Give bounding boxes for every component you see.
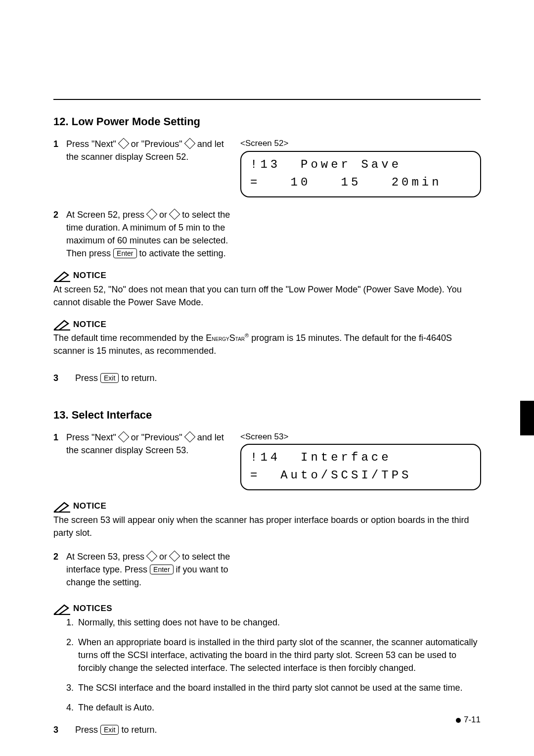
right-button-icon <box>169 208 180 220</box>
lcd-line: !14 Interface <box>250 451 392 464</box>
step-text: Press "Next" or "Previous" and let the s… <box>66 138 231 163</box>
step-text: Press "Next" or "Previous" and let the s… <box>66 431 231 457</box>
text-fragment: The default time recommended by the <box>53 333 206 343</box>
step-text: At Screen 52, press or to select the tim… <box>66 208 231 260</box>
left-button-icon <box>146 551 158 562</box>
section-13-step1-row: 1 Press "Next" or "Previous" and let the… <box>53 431 481 491</box>
pencil-icon <box>53 604 70 615</box>
previous-button-icon <box>184 431 195 442</box>
step-number: 3 <box>53 372 66 384</box>
notice-label: NOTICE <box>73 500 106 513</box>
text-fragment: to return. <box>121 725 157 735</box>
list-text: The default is Auto. <box>78 701 154 714</box>
list-number: 2. <box>66 636 78 674</box>
text-fragment: or <box>159 210 170 220</box>
right-button-icon <box>169 551 180 562</box>
notice-body: The default time recommended by the Ener… <box>53 331 481 357</box>
page-number-text: 7-11 <box>464 714 481 726</box>
text-fragment: At Screen 53, press <box>66 552 147 562</box>
pencil-icon <box>53 271 70 282</box>
section-12-heading: 12. Low Power Mode Setting <box>53 114 481 130</box>
page-content: 12. Low Power Mode Setting 1 Press "Next… <box>53 94 481 736</box>
text-fragment: Press <box>75 373 100 383</box>
lcd-line: = Auto/SCSI/TPS <box>250 469 411 482</box>
previous-button-icon <box>184 138 195 149</box>
section-13-heading: 13. Select Interface <box>53 407 481 423</box>
text-fragment: Press "Next" <box>66 432 119 442</box>
notices-label: NOTICES <box>73 603 112 615</box>
list-item: 4.The default is Auto. <box>66 701 481 714</box>
text-fragment: At Screen 52, press <box>66 210 147 220</box>
section-12-step2-row: 2 At Screen 52, press or to select the t… <box>53 208 481 260</box>
screen-53-label: <Screen 53> <box>240 431 481 443</box>
notice-heading: NOTICE <box>53 270 481 282</box>
text-fragment: to return. <box>121 373 157 383</box>
list-number: 1. <box>66 616 78 629</box>
step-number: 2 <box>53 208 66 260</box>
list-item: 2.When an appropriate board is installed… <box>66 636 481 674</box>
lcd-line: !13 Power Save <box>250 158 401 171</box>
step-text: Press Exit to return. <box>75 723 481 736</box>
notice-body: The screen 53 will appear oniy when the … <box>53 514 481 539</box>
step-number: 3 <box>53 723 66 736</box>
exit-key-icon: Exit <box>100 373 119 383</box>
notice-heading: NOTICE <box>53 500 481 513</box>
step-text: At Screen 53, press or to select the int… <box>66 550 231 589</box>
step-number: 2 <box>53 550 66 589</box>
notice-label: NOTICE <box>73 319 106 331</box>
text-fragment: Press "Next" <box>66 139 119 149</box>
list-item: 3.The SCSI interface and the board insta… <box>66 681 481 694</box>
text-fragment: E <box>206 333 212 343</box>
registered-icon: ® <box>245 332 249 338</box>
list-text: Normally, this setting does not have to … <box>78 616 280 629</box>
thumb-index-tab <box>520 401 534 435</box>
page-number: 7-11 <box>456 714 481 726</box>
screen-52-label: <Screen 52> <box>240 138 481 150</box>
step-number: 1 <box>53 431 66 457</box>
step-number: 1 <box>53 138 66 163</box>
section-13-step3-row: 3 Press Exit to return. <box>53 723 481 736</box>
list-number: 4. <box>66 701 78 714</box>
enter-key-icon: Enter <box>150 565 173 574</box>
text-fragment: or "Previous" <box>131 432 185 442</box>
text-fragment: or "Previous" <box>131 139 185 149</box>
notice-heading: NOTICE <box>53 319 481 331</box>
next-button-icon <box>118 431 129 442</box>
screen-52-lcd: !13 Power Save = 10 15 20min <box>240 151 481 197</box>
text-fragment: to activate the setting. <box>139 248 226 258</box>
left-button-icon <box>146 208 158 220</box>
exit-key-icon: Exit <box>100 725 119 735</box>
text-fragment: tar <box>235 334 245 342</box>
pencil-icon <box>53 320 70 331</box>
section-12-step3-row: 3 Press Exit to return. <box>53 372 481 384</box>
list-number: 3. <box>66 681 78 694</box>
section-13-step2-row: 2 At Screen 53, press or to select the i… <box>53 550 481 589</box>
notice-label: NOTICE <box>73 270 106 282</box>
notices-heading: NOTICES <box>53 603 481 615</box>
lcd-line: = 10 15 20min <box>250 176 442 189</box>
enter-key-icon: Enter <box>113 248 136 258</box>
text-fragment: S <box>229 333 235 343</box>
notices-list: 1.Normally, this setting does not have t… <box>53 616 481 714</box>
list-text: The SCSI interface and the board install… <box>78 681 462 694</box>
next-button-icon <box>118 138 129 149</box>
list-item: 1.Normally, this setting does not have t… <box>66 616 481 629</box>
screen-53-lcd: !14 Interface = Auto/SCSI/TPS <box>240 444 481 490</box>
text-fragment: or <box>159 552 170 562</box>
text-fragment: nergy <box>212 334 229 342</box>
text-fragment: Press <box>75 725 100 735</box>
notice-body: At screen 52, "No" does not mean that yo… <box>53 283 481 309</box>
pencil-icon <box>53 502 70 513</box>
step-text: Press Exit to return. <box>75 372 481 384</box>
section-12-step1-row: 1 Press "Next" or "Previous" and let the… <box>53 138 481 197</box>
list-text: When an appropriate board is installed i… <box>78 636 481 674</box>
bullet-icon <box>456 718 461 723</box>
